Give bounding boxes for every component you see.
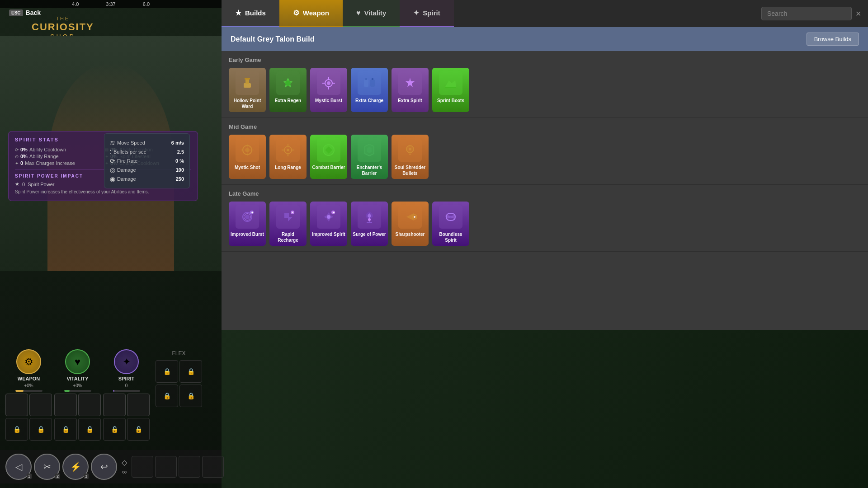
sharpshooter-icon (398, 205, 422, 229)
flex-label: FLEX (172, 350, 185, 357)
ability-slot-4[interactable]: ↩ (91, 454, 117, 480)
svg-point-38 (327, 215, 330, 219)
lock-icon-7: 🔒 (163, 368, 171, 375)
spirit-bonus: 0 (125, 383, 128, 388)
spirit-progress-fill (113, 390, 114, 392)
stat-1: 4.0 (72, 1, 79, 7)
bullets-icon: ∶ (110, 148, 112, 155)
tab-builds[interactable]: ★ Builds (222, 0, 279, 27)
lock-icon-5: 🔒 (111, 426, 118, 433)
item-improved-spirit[interactable]: ✦ Improved Spirit (310, 202, 347, 246)
esc-badge: ESC (9, 9, 23, 16)
ability-3-icon: ⚡ (70, 461, 81, 472)
flex-slot-4: 🔒 (179, 385, 202, 407)
move-stats-panel: ≋ Move Speed 6 m/s ∶ Bullets per sec 2.5… (104, 133, 190, 188)
extra-spirit-label: Extra Spirit (398, 98, 422, 103)
weapon-slot-3: 🔒 (5, 418, 28, 441)
soul-shredder-icon (398, 138, 422, 162)
item-improved-burst[interactable]: ✦ Improved Burst (229, 202, 266, 246)
tab-vitality[interactable]: ♥ Vitality (343, 0, 400, 27)
rapid-recharge-label: Rapid Recharge (271, 231, 305, 243)
spirit-item-slots-2: 🔒 🔒 (103, 418, 150, 441)
top-bar: 4.0 3:37 6.0 (0, 0, 222, 8)
weapon-label: WEAPON (18, 376, 40, 381)
empty-slot-4 (202, 456, 224, 478)
spirit-power-description: Spirit Power increases the effectiveness… (15, 189, 191, 195)
spirit-slot-4: 🔒 (127, 418, 150, 441)
flex-slot-1: 🔒 (156, 360, 178, 383)
ability-2-icon: ✂ (43, 461, 51, 472)
search-input[interactable] (761, 7, 852, 20)
item-sharpshooter[interactable]: Sharpshooter (392, 202, 429, 246)
tab-spirit[interactable]: ✦ Spirit (400, 0, 453, 27)
tab-weapon[interactable]: ⚙ Weapon (279, 0, 343, 27)
vitality-item-slots (54, 394, 101, 416)
svg-rect-13 (372, 78, 373, 80)
damage-2-stat: ◉ Damage 250 (110, 174, 184, 183)
item-mystic-burst[interactable]: Mystic Burst (310, 68, 347, 112)
vitality-label: VITALITY (66, 376, 88, 381)
browse-builds-button[interactable]: Browse Builds (807, 33, 859, 46)
svg-text:+: + (292, 211, 293, 214)
item-sprint-boots[interactable]: Sprint Boots (432, 68, 469, 112)
build-panel: Default Grey Talon Build Browse Builds E… (222, 27, 868, 252)
extra-charge-icon (358, 71, 381, 95)
svg-point-5 (327, 81, 330, 85)
spirit-power-icon: ★ (15, 181, 19, 187)
search-close-icon[interactable]: ✕ (855, 9, 861, 18)
cooldown-icon: ⟳ (15, 147, 19, 152)
item-soul-shredder[interactable]: Soul Shredder Bullets (392, 135, 429, 179)
spirit-item-slots (103, 394, 150, 416)
item-hollow-point-ward[interactable]: Hollow Point Ward (229, 68, 266, 112)
charges-icon: ✦ (15, 161, 19, 166)
svg-point-33 (245, 215, 250, 219)
item-extra-charge[interactable]: Extra Charge (351, 68, 388, 112)
ability-slot-2[interactable]: ✂ 2 (34, 454, 60, 480)
main-shop-panel: ★ Builds ⚙ Weapon ♥ Vitality ✦ Spirit ✕ … (222, 0, 868, 330)
lock-icon-4: 🔒 (86, 426, 94, 433)
long-range-label: Long Range (275, 164, 301, 170)
logo-the: THE (32, 16, 94, 21)
svg-point-47 (414, 216, 415, 218)
vitality-slot-1[interactable] (54, 394, 77, 416)
weapon-group: ⚙ WEAPON +0% 🔒 🔒 (5, 349, 52, 441)
svg-point-20 (287, 149, 289, 151)
tab-builds-label: Builds (245, 9, 266, 17)
spirit-progress (113, 390, 140, 392)
item-long-range[interactable]: Long Range (269, 135, 307, 179)
flex-slots-2: 🔒 🔒 (156, 385, 202, 407)
stat-ability-range: ⊙ 0% Ability Range (15, 154, 101, 159)
spirit-slot-2[interactable] (127, 394, 150, 416)
flex-slots-1: 🔒 🔒 (156, 360, 202, 383)
sprint-boots-label: Sprint Boots (437, 98, 464, 103)
item-enchanters-barrier[interactable]: Enchanter's Barrier (351, 135, 388, 179)
vitality-bonus: +0% (73, 383, 82, 388)
back-button[interactable]: ESC Back (9, 9, 41, 16)
spirit-power-label: Spirit Power (28, 182, 54, 187)
item-combat-barrier[interactable]: Combat Barrier (310, 135, 347, 179)
spirit-slot-1[interactable] (103, 394, 126, 416)
item-rapid-recharge[interactable]: + Rapid Recharge (269, 202, 307, 246)
svg-text:✦: ✦ (332, 211, 335, 214)
item-extra-spirit[interactable]: Extra Spirit (392, 68, 429, 112)
weapon-slot-2[interactable] (29, 394, 52, 416)
flex-slot-2: 🔒 (179, 360, 202, 383)
hollow-point-ward-label: Hollow Point Ward (231, 98, 264, 109)
mystic-burst-icon (317, 71, 340, 95)
item-mystic-shot[interactable]: Mystic Shot (229, 135, 266, 179)
surge-of-power-icon (358, 205, 381, 229)
vitality-slot-2[interactable] (78, 394, 101, 416)
soul-shredder-label: Soul Shredder Bullets (393, 164, 427, 176)
improved-burst-icon: ✦ (236, 205, 259, 229)
range-icon: ⊙ (15, 154, 19, 159)
ability-extras: ◇ ∞ (122, 458, 127, 475)
weapon-slot-1[interactable] (5, 394, 28, 416)
item-surge-of-power[interactable]: Surge of Power (351, 202, 388, 246)
ability-slot-3[interactable]: ⚡ 3 (62, 454, 89, 480)
item-extra-regen[interactable]: Extra Regen (269, 68, 307, 112)
build-header: Default Grey Talon Build Browse Builds (222, 27, 868, 51)
combat-barrier-label: Combat Barrier (312, 164, 345, 170)
item-boundless-spirit[interactable]: Boundless Spirit (432, 202, 469, 246)
ability-slot-1[interactable]: ◁ 1 (5, 454, 32, 480)
svg-point-3 (285, 80, 291, 86)
